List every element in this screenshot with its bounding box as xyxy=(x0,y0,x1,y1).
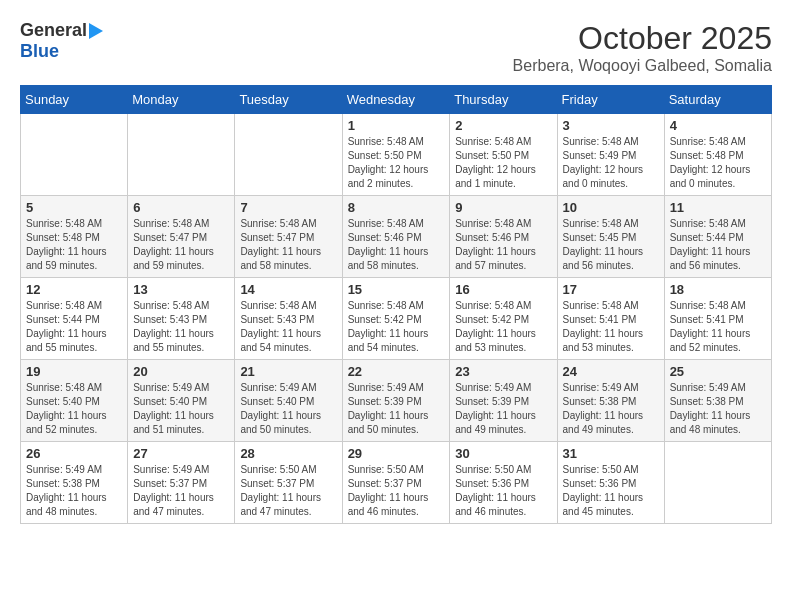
calendar-day-cell: 11Sunrise: 5:48 AM Sunset: 5:44 PM Dayli… xyxy=(664,196,771,278)
day-number: 2 xyxy=(455,118,551,133)
page-header: General Blue October 2025 Berbera, Woqoo… xyxy=(20,20,772,75)
calendar-day-cell: 27Sunrise: 5:49 AM Sunset: 5:37 PM Dayli… xyxy=(128,442,235,524)
calendar-day-cell: 7Sunrise: 5:48 AM Sunset: 5:47 PM Daylig… xyxy=(235,196,342,278)
day-info: Sunrise: 5:49 AM Sunset: 5:39 PM Dayligh… xyxy=(348,381,445,437)
day-of-week-header: Thursday xyxy=(450,86,557,114)
logo-arrow-icon xyxy=(89,23,103,39)
day-info: Sunrise: 5:49 AM Sunset: 5:37 PM Dayligh… xyxy=(133,463,229,519)
calendar-day-cell xyxy=(235,114,342,196)
calendar-day-cell: 28Sunrise: 5:50 AM Sunset: 5:37 PM Dayli… xyxy=(235,442,342,524)
day-info: Sunrise: 5:48 AM Sunset: 5:40 PM Dayligh… xyxy=(26,381,122,437)
calendar-day-cell: 20Sunrise: 5:49 AM Sunset: 5:40 PM Dayli… xyxy=(128,360,235,442)
day-of-week-header: Friday xyxy=(557,86,664,114)
day-number: 24 xyxy=(563,364,659,379)
day-of-week-header: Tuesday xyxy=(235,86,342,114)
day-info: Sunrise: 5:48 AM Sunset: 5:47 PM Dayligh… xyxy=(240,217,336,273)
day-info: Sunrise: 5:49 AM Sunset: 5:39 PM Dayligh… xyxy=(455,381,551,437)
day-info: Sunrise: 5:48 AM Sunset: 5:44 PM Dayligh… xyxy=(670,217,766,273)
day-number: 11 xyxy=(670,200,766,215)
day-info: Sunrise: 5:48 AM Sunset: 5:43 PM Dayligh… xyxy=(240,299,336,355)
day-number: 12 xyxy=(26,282,122,297)
day-number: 13 xyxy=(133,282,229,297)
day-number: 23 xyxy=(455,364,551,379)
calendar-week-row: 12Sunrise: 5:48 AM Sunset: 5:44 PM Dayli… xyxy=(21,278,772,360)
calendar-day-cell: 29Sunrise: 5:50 AM Sunset: 5:37 PM Dayli… xyxy=(342,442,450,524)
calendar-day-cell: 1Sunrise: 5:48 AM Sunset: 5:50 PM Daylig… xyxy=(342,114,450,196)
location-subtitle: Berbera, Woqooyi Galbeed, Somalia xyxy=(513,57,772,75)
day-number: 20 xyxy=(133,364,229,379)
calendar-day-cell: 5Sunrise: 5:48 AM Sunset: 5:48 PM Daylig… xyxy=(21,196,128,278)
day-of-week-header: Saturday xyxy=(664,86,771,114)
calendar-day-cell: 25Sunrise: 5:49 AM Sunset: 5:38 PM Dayli… xyxy=(664,360,771,442)
day-number: 26 xyxy=(26,446,122,461)
day-info: Sunrise: 5:50 AM Sunset: 5:36 PM Dayligh… xyxy=(455,463,551,519)
day-number: 27 xyxy=(133,446,229,461)
day-number: 10 xyxy=(563,200,659,215)
calendar-day-cell: 24Sunrise: 5:49 AM Sunset: 5:38 PM Dayli… xyxy=(557,360,664,442)
calendar-week-row: 26Sunrise: 5:49 AM Sunset: 5:38 PM Dayli… xyxy=(21,442,772,524)
calendar-day-cell xyxy=(664,442,771,524)
calendar-day-cell xyxy=(21,114,128,196)
day-info: Sunrise: 5:48 AM Sunset: 5:42 PM Dayligh… xyxy=(348,299,445,355)
day-info: Sunrise: 5:49 AM Sunset: 5:40 PM Dayligh… xyxy=(133,381,229,437)
day-number: 31 xyxy=(563,446,659,461)
calendar-week-row: 1Sunrise: 5:48 AM Sunset: 5:50 PM Daylig… xyxy=(21,114,772,196)
calendar-day-cell: 30Sunrise: 5:50 AM Sunset: 5:36 PM Dayli… xyxy=(450,442,557,524)
day-info: Sunrise: 5:48 AM Sunset: 5:41 PM Dayligh… xyxy=(670,299,766,355)
day-info: Sunrise: 5:48 AM Sunset: 5:45 PM Dayligh… xyxy=(563,217,659,273)
day-info: Sunrise: 5:50 AM Sunset: 5:37 PM Dayligh… xyxy=(348,463,445,519)
calendar-day-cell: 26Sunrise: 5:49 AM Sunset: 5:38 PM Dayli… xyxy=(21,442,128,524)
calendar-day-cell: 9Sunrise: 5:48 AM Sunset: 5:46 PM Daylig… xyxy=(450,196,557,278)
title-section: October 2025 Berbera, Woqooyi Galbeed, S… xyxy=(513,20,772,75)
logo: General Blue xyxy=(20,20,103,62)
day-of-week-header: Monday xyxy=(128,86,235,114)
day-number: 9 xyxy=(455,200,551,215)
calendar-day-cell: 16Sunrise: 5:48 AM Sunset: 5:42 PM Dayli… xyxy=(450,278,557,360)
calendar-day-cell: 17Sunrise: 5:48 AM Sunset: 5:41 PM Dayli… xyxy=(557,278,664,360)
day-number: 17 xyxy=(563,282,659,297)
calendar-day-cell: 14Sunrise: 5:48 AM Sunset: 5:43 PM Dayli… xyxy=(235,278,342,360)
calendar-day-cell: 21Sunrise: 5:49 AM Sunset: 5:40 PM Dayli… xyxy=(235,360,342,442)
logo-blue-text: Blue xyxy=(20,41,59,62)
day-number: 30 xyxy=(455,446,551,461)
calendar-week-row: 5Sunrise: 5:48 AM Sunset: 5:48 PM Daylig… xyxy=(21,196,772,278)
calendar-day-cell: 13Sunrise: 5:48 AM Sunset: 5:43 PM Dayli… xyxy=(128,278,235,360)
day-info: Sunrise: 5:48 AM Sunset: 5:44 PM Dayligh… xyxy=(26,299,122,355)
day-number: 21 xyxy=(240,364,336,379)
calendar-day-cell: 3Sunrise: 5:48 AM Sunset: 5:49 PM Daylig… xyxy=(557,114,664,196)
day-info: Sunrise: 5:48 AM Sunset: 5:43 PM Dayligh… xyxy=(133,299,229,355)
day-info: Sunrise: 5:48 AM Sunset: 5:46 PM Dayligh… xyxy=(348,217,445,273)
day-info: Sunrise: 5:50 AM Sunset: 5:36 PM Dayligh… xyxy=(563,463,659,519)
calendar-week-row: 19Sunrise: 5:48 AM Sunset: 5:40 PM Dayli… xyxy=(21,360,772,442)
day-number: 19 xyxy=(26,364,122,379)
calendar-day-cell: 8Sunrise: 5:48 AM Sunset: 5:46 PM Daylig… xyxy=(342,196,450,278)
day-number: 1 xyxy=(348,118,445,133)
calendar-day-cell: 23Sunrise: 5:49 AM Sunset: 5:39 PM Dayli… xyxy=(450,360,557,442)
day-number: 5 xyxy=(26,200,122,215)
day-of-week-header: Wednesday xyxy=(342,86,450,114)
calendar-day-cell: 15Sunrise: 5:48 AM Sunset: 5:42 PM Dayli… xyxy=(342,278,450,360)
calendar-day-cell: 22Sunrise: 5:49 AM Sunset: 5:39 PM Dayli… xyxy=(342,360,450,442)
day-info: Sunrise: 5:50 AM Sunset: 5:37 PM Dayligh… xyxy=(240,463,336,519)
day-number: 22 xyxy=(348,364,445,379)
day-number: 3 xyxy=(563,118,659,133)
day-of-week-header: Sunday xyxy=(21,86,128,114)
day-info: Sunrise: 5:49 AM Sunset: 5:40 PM Dayligh… xyxy=(240,381,336,437)
calendar-day-cell: 2Sunrise: 5:48 AM Sunset: 5:50 PM Daylig… xyxy=(450,114,557,196)
day-number: 15 xyxy=(348,282,445,297)
calendar-header-row: SundayMondayTuesdayWednesdayThursdayFrid… xyxy=(21,86,772,114)
day-info: Sunrise: 5:48 AM Sunset: 5:50 PM Dayligh… xyxy=(455,135,551,191)
day-info: Sunrise: 5:48 AM Sunset: 5:48 PM Dayligh… xyxy=(26,217,122,273)
calendar-day-cell: 10Sunrise: 5:48 AM Sunset: 5:45 PM Dayli… xyxy=(557,196,664,278)
calendar-day-cell: 18Sunrise: 5:48 AM Sunset: 5:41 PM Dayli… xyxy=(664,278,771,360)
calendar-table: SundayMondayTuesdayWednesdayThursdayFrid… xyxy=(20,85,772,524)
day-info: Sunrise: 5:48 AM Sunset: 5:42 PM Dayligh… xyxy=(455,299,551,355)
day-info: Sunrise: 5:48 AM Sunset: 5:50 PM Dayligh… xyxy=(348,135,445,191)
day-number: 29 xyxy=(348,446,445,461)
day-number: 18 xyxy=(670,282,766,297)
day-info: Sunrise: 5:48 AM Sunset: 5:47 PM Dayligh… xyxy=(133,217,229,273)
day-info: Sunrise: 5:48 AM Sunset: 5:49 PM Dayligh… xyxy=(563,135,659,191)
month-title: October 2025 xyxy=(513,20,772,57)
day-info: Sunrise: 5:49 AM Sunset: 5:38 PM Dayligh… xyxy=(26,463,122,519)
day-number: 8 xyxy=(348,200,445,215)
